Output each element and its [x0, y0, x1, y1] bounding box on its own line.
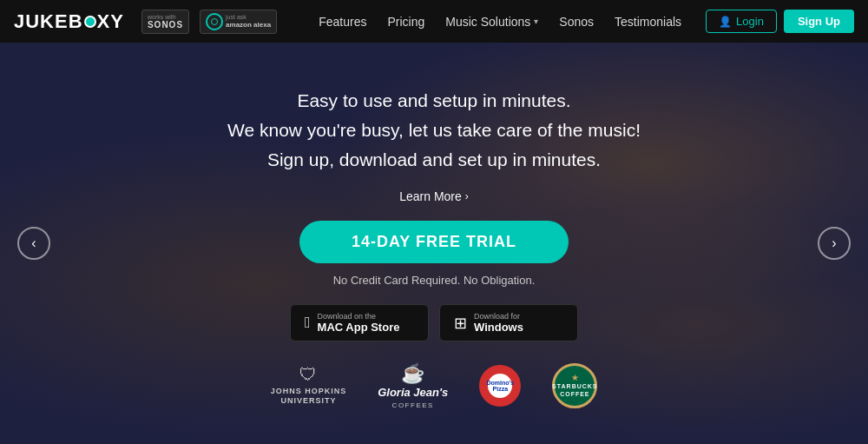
starbucks-circle: ★ STARBUCKS COFFEE — [552, 363, 597, 408]
trial-button[interactable]: 14-DAY FREE TRIAL — [299, 221, 569, 263]
prev-slide-button[interactable]: ‹ — [17, 227, 50, 260]
sonos-label: SONOS — [148, 20, 183, 30]
jhu-text: JOHNS HOPKINS UNIVERSITY — [271, 387, 347, 407]
coffee-cup-icon: ☕ — [401, 362, 424, 385]
nav-actions: 👤 Login Sign Up — [706, 10, 854, 33]
starbucks-star-icon: ★ — [571, 373, 579, 382]
navbar: JUKEBXY works with SONOS just ask amazon… — [0, 0, 868, 43]
login-button[interactable]: 👤 Login — [706, 10, 777, 33]
learn-more-link[interactable]: Learn More › — [399, 189, 469, 203]
gloria-jeans-subtext: COFFEES — [392, 401, 434, 409]
alexa-icon — [206, 13, 223, 30]
windows-icon: ⊞ — [454, 314, 467, 333]
hero-line3: Sign up, download and set up in minutes. — [267, 149, 601, 169]
nav-music-solutions[interactable]: Music Solutions ▾ — [445, 15, 538, 29]
gloria-jeans-text: Gloria Jean's — [378, 387, 448, 399]
download-buttons:  Download on the MAC App Store ⊞ Downlo… — [290, 304, 578, 341]
nav-pricing[interactable]: Pricing — [388, 15, 425, 29]
hero-tagline: Easy to use and setup in minutes. We kno… — [227, 86, 641, 174]
next-slide-button[interactable]: › — [818, 227, 851, 260]
dominos-logo: Domino'sPizza — [479, 365, 521, 407]
starbucks-text: STARBUCKS COFFEE — [552, 382, 597, 398]
dominos-inner: Domino'sPizza — [488, 374, 512, 398]
hero-line2: We know you're busy, let us take care of… — [227, 120, 641, 140]
download-mac-button[interactable]:  Download on the MAC App Store — [290, 304, 429, 341]
sonos-works-with-label: works with — [148, 14, 176, 20]
no-credit-card-text: No Credit Card Required. No Obligation. — [333, 274, 536, 287]
chevron-down-icon: ▾ — [534, 17, 538, 26]
apple-icon:  — [305, 314, 311, 332]
logo[interactable]: JUKEBXY — [14, 10, 124, 33]
signup-button[interactable]: Sign Up — [784, 10, 854, 33]
hero-line1: Easy to use and setup in minutes. — [297, 90, 570, 110]
download-windows-button[interactable]: ⊞ Download for Windows — [439, 304, 578, 341]
hero-section: ‹ › Easy to use and setup in minutes. We… — [0, 0, 868, 444]
brand-logos: 🛡 JOHNS HOPKINS UNIVERSITY ☕ Gloria Jean… — [271, 362, 598, 408]
mac-download-text: Download on the MAC App Store — [318, 312, 400, 334]
alexa-badge: just ask amazon alexa — [200, 10, 277, 34]
dominos-text: Domino'sPizza — [487, 380, 515, 392]
gloria-jeans-logo: ☕ Gloria Jean's COFFEES — [378, 362, 448, 408]
alexa-ring-inner — [211, 18, 218, 25]
nav-sonos[interactable]: Sonos — [559, 15, 594, 29]
prev-arrow-icon: ‹ — [31, 235, 36, 251]
jhu-shield-icon: 🛡 — [299, 365, 317, 385]
user-icon: 👤 — [719, 16, 732, 28]
nav-features[interactable]: Features — [319, 15, 366, 29]
logo-text: JUKEBXY — [14, 10, 124, 33]
logo-dot — [84, 16, 96, 28]
dominos-icon: Domino'sPizza — [479, 365, 521, 407]
sonos-badge: works with SONOS — [141, 10, 189, 34]
learn-more-arrow-icon: › — [465, 190, 469, 202]
next-arrow-icon: › — [832, 235, 836, 251]
windows-download-text: Download for Windows — [474, 312, 523, 334]
starbucks-logo: ★ STARBUCKS COFFEE — [552, 363, 597, 408]
nav-links: Features Pricing Music Solutions ▾ Sonos… — [319, 15, 681, 29]
nav-testimonials[interactable]: Testimonials — [615, 15, 681, 29]
jhu-logo: 🛡 JOHNS HOPKINS UNIVERSITY — [271, 365, 347, 407]
hero-content: Easy to use and setup in minutes. We kno… — [0, 77, 868, 408]
alexa-text: just ask amazon alexa — [226, 14, 271, 30]
